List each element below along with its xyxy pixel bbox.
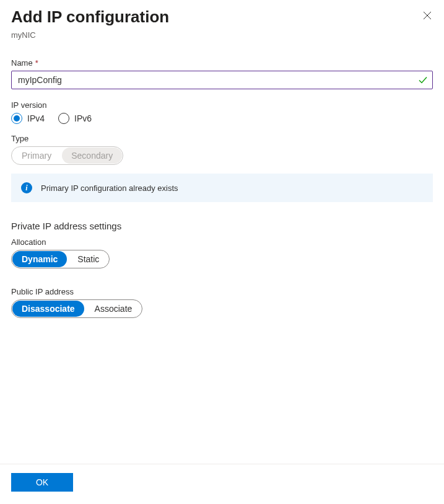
info-banner: i Primary IP configuration already exist… xyxy=(11,174,433,202)
ip-version-group: IPv4 IPv6 xyxy=(11,113,433,124)
info-icon: i xyxy=(21,182,32,193)
allocation-label: Allocation xyxy=(11,237,433,247)
public-ip-label: Public IP address xyxy=(11,287,433,296)
panel-title: Add IP configuration xyxy=(11,7,169,27)
panel-subtitle: myNIC xyxy=(11,30,433,40)
public-ip-associate[interactable]: Associate xyxy=(85,300,142,317)
ip-version-ipv4[interactable]: IPv4 xyxy=(11,113,45,124)
ip-version-label: IP version xyxy=(11,100,433,110)
radio-label: IPv6 xyxy=(74,113,92,123)
private-ip-heading: Private IP address settings xyxy=(11,221,433,231)
ip-version-ipv6[interactable]: IPv6 xyxy=(58,113,92,124)
close-icon xyxy=(423,11,432,22)
checkmark-icon xyxy=(418,75,428,85)
ok-button[interactable]: OK xyxy=(11,473,73,492)
allocation-dynamic[interactable]: Dynamic xyxy=(12,251,67,267)
radio-icon xyxy=(58,113,69,124)
name-label: Name * xyxy=(11,58,433,68)
type-secondary: Secondary xyxy=(62,148,122,164)
name-input[interactable] xyxy=(11,71,433,89)
public-ip-disassociate[interactable]: Disassociate xyxy=(12,301,84,317)
allocation-toggle[interactable]: Dynamic Static xyxy=(11,250,110,268)
required-indicator: * xyxy=(35,58,38,68)
type-label: Type xyxy=(11,134,433,143)
type-primary: Primary xyxy=(12,147,61,164)
radio-icon xyxy=(11,113,22,124)
footer: OK xyxy=(0,464,444,504)
radio-label: IPv4 xyxy=(27,113,45,123)
close-button[interactable] xyxy=(422,7,433,26)
public-ip-toggle[interactable]: Disassociate Associate xyxy=(11,299,142,318)
info-text: Primary IP configuration already exists xyxy=(41,183,178,193)
type-toggle: Primary Secondary xyxy=(11,146,123,165)
allocation-static[interactable]: Static xyxy=(67,250,109,268)
